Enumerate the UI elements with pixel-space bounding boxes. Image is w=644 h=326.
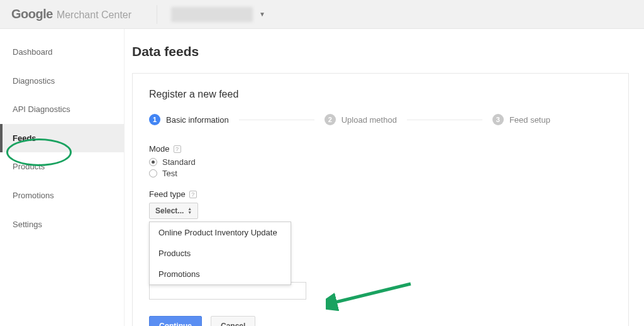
main-content: Data feeds Register a new feed 1 Basic i… <box>125 29 644 326</box>
feed-type-label-text: Feed type <box>149 189 186 199</box>
dropdown-option-products[interactable]: Products <box>150 243 291 264</box>
account-switcher[interactable]: ▼ <box>171 7 265 22</box>
feed-type-select[interactable]: Select... ▲▼ <box>149 203 198 219</box>
mode-label: Mode ? <box>149 144 612 154</box>
sidebar-item-promotions[interactable]: Promotions <box>0 181 124 210</box>
step-num-2: 2 <box>325 114 336 125</box>
radio-label: Standard <box>162 157 196 167</box>
caret-down-icon: ▼ <box>259 11 265 18</box>
top-bar: Google Merchant Center ▼ <box>0 0 644 29</box>
feed-type-dropdown: Online Product Inventory Update Products… <box>149 222 291 285</box>
sidebar-item-products[interactable]: Products <box>0 152 124 181</box>
sidebar-item-dashboard[interactable]: Dashboard <box>0 38 124 67</box>
sidebar: Dashboard Diagnostics API Diagnostics Fe… <box>0 29 125 326</box>
feed-type-label: Feed type ? <box>149 189 612 199</box>
stepper-arrows-icon: ▲▼ <box>187 207 192 215</box>
select-value: Select... <box>155 206 184 215</box>
dropdown-option-inventory[interactable]: Online Product Inventory Update <box>150 222 291 243</box>
step-upload-method: 2 Upload method <box>325 114 397 125</box>
page-title: Data feeds <box>125 44 644 73</box>
step-line <box>407 120 482 120</box>
help-icon[interactable]: ? <box>174 145 181 153</box>
logo-google: Google <box>11 7 53 21</box>
step-label-1: Basic information <box>166 115 229 125</box>
radio-icon <box>149 158 157 166</box>
sidebar-item-feeds[interactable]: Feeds <box>0 124 124 153</box>
logo-product: Merchant Center <box>57 9 131 21</box>
button-row: Continue Cancel <box>149 316 612 326</box>
step-feed-setup: 3 Feed setup <box>492 114 550 125</box>
card-title: Register a new feed <box>149 89 612 100</box>
sidebar-item-settings[interactable]: Settings <box>0 210 124 239</box>
step-basic-info: 1 Basic information <box>149 114 229 125</box>
step-label-2: Upload method <box>341 115 397 125</box>
dropdown-option-promotions[interactable]: Promotions <box>150 264 291 284</box>
sidebar-item-api-diagnostics[interactable]: API Diagnostics <box>0 95 124 124</box>
top-divider <box>157 5 157 24</box>
continue-button[interactable]: Continue <box>149 316 202 326</box>
mode-field: Mode ? Standard Test <box>149 144 612 178</box>
account-name-obscured <box>171 7 253 22</box>
step-line <box>239 120 314 120</box>
mode-label-text: Mode <box>149 144 170 154</box>
cancel-button[interactable]: Cancel <box>211 316 255 326</box>
logo: Google Merchant Center <box>11 7 131 21</box>
sidebar-item-diagnostics[interactable]: Diagnostics <box>0 67 124 96</box>
step-label-3: Feed setup <box>509 115 550 125</box>
feed-type-field: Feed type ? Select... ▲▼ Online Product … <box>149 189 612 219</box>
step-num-1: 1 <box>149 114 160 125</box>
radio-label: Test <box>162 169 177 178</box>
step-num-3: 3 <box>492 114 504 125</box>
radio-test[interactable]: Test <box>149 169 612 178</box>
stepper: 1 Basic information 2 Upload method 3 Fe… <box>149 114 612 125</box>
feed-card: Register a new feed 1 Basic information … <box>132 73 629 326</box>
radio-icon <box>149 169 157 177</box>
radio-standard[interactable]: Standard <box>149 157 612 167</box>
help-icon[interactable]: ? <box>189 191 197 198</box>
